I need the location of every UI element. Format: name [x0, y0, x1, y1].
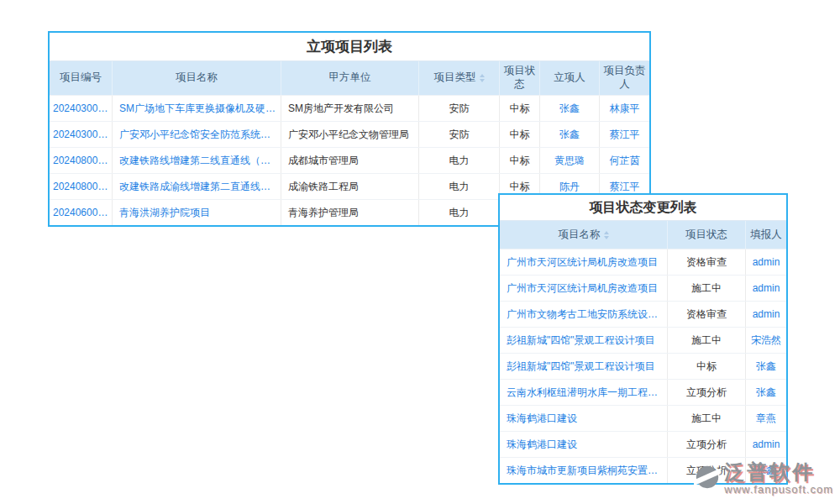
client-unit: 青海养护管理局 [281, 200, 419, 225]
project-status: 立项分析 [668, 380, 746, 405]
table-row: 2024030002 SM广场地下车库更换摄像机及硬盘项目 SM房地产开发有限公… [50, 95, 649, 121]
project-code-link[interactable]: 2024060001 [50, 200, 113, 225]
col-header-project-name[interactable]: 项目名称 [500, 221, 668, 249]
reporter-link[interactable]: 张鑫 [746, 380, 786, 405]
manager-link[interactable]: 何芷茵 [600, 148, 649, 173]
project-status: 立项分析 [668, 432, 746, 457]
client-unit: 成都城市管理局 [281, 148, 419, 173]
project-status: 资格审查 [668, 302, 746, 327]
project-status: 中标 [500, 148, 540, 173]
project-type: 电力 [419, 174, 500, 199]
col-header-project-status: 项目状态 [668, 221, 746, 249]
table-row: 广州市文物考古工地安防系统设备保修 资格审查 admin [500, 301, 786, 327]
client-unit: SM房地产开发有限公司 [281, 96, 419, 121]
table-row: 2024030007 广安邓小平纪念馆安全防范系统维护... 广安邓小平纪念文物… [50, 121, 649, 147]
col-header-manager: 项目负责人 [600, 61, 649, 95]
reporter-link[interactable]: 章燕 [746, 406, 786, 431]
project-name-link[interactable]: 珠海市城市更新项目紫桐苑安置点设... [500, 458, 668, 483]
col-header-client-unit: 甲方单位 [281, 61, 419, 95]
table-row: 2024080006 改建铁路线增建第二线直通线（成都-... 成都城市管理局 … [50, 147, 649, 173]
project-status: 施工中 [668, 328, 746, 353]
project-type: 安防 [419, 96, 500, 121]
project-name-link[interactable]: 广安邓小平纪念馆安全防范系统维护... [113, 122, 281, 147]
project-name-link[interactable]: 珠海鹤港口建设 [500, 406, 668, 431]
project-name-link[interactable]: 珠海鹤港口建设 [500, 432, 668, 457]
project-status: 中标 [500, 96, 540, 121]
sort-icon[interactable] [480, 74, 485, 82]
project-code-link[interactable]: 2024030002 [50, 96, 113, 121]
fanpu-logo-icon [694, 464, 721, 494]
reporter-link[interactable]: admin [746, 249, 786, 275]
project-status-change-table: 项目状态变更列表 项目名称 项目状态 填报人 广州市天河区统计局机房改造项目 资… [498, 193, 788, 485]
project-status: 施工中 [668, 406, 746, 431]
col-header-project-code: 项目编号 [50, 61, 113, 95]
project-name-link[interactable]: 广州市天河区统计局机房改造项目 [500, 276, 668, 301]
col-header-initiator: 立项人 [540, 61, 600, 95]
reporter-link[interactable]: 宋浩然 [746, 328, 786, 353]
project-type: 电力 [419, 148, 500, 173]
brand-name: 泛普软件 [724, 461, 833, 482]
reporter-link[interactable]: 张鑫 [746, 354, 786, 379]
table-row: 云南水利枢纽潜明水库一期工程施工I标 立项分析 张鑫 [500, 379, 786, 405]
table-row: 珠海鹤港口建设 施工中 章燕 [500, 405, 786, 431]
project-name-link[interactable]: 广州市文物考古工地安防系统设备保修 [500, 302, 668, 327]
project-status: 中标 [500, 122, 540, 147]
project-name-link[interactable]: 改建铁路线增建第二线直通线（成都-... [113, 148, 281, 173]
table-row: 广州市天河区统计局机房改造项目 施工中 admin [500, 275, 786, 301]
project-code-link[interactable]: 2024080006 [50, 148, 113, 173]
initiator-link[interactable]: 张鑫 [540, 122, 600, 147]
fanpu-watermark: 泛普软件 www.fanpusoft.com [694, 461, 833, 496]
project-status: 资格审查 [668, 249, 746, 275]
sort-icon[interactable] [604, 231, 609, 239]
project-type: 安防 [419, 122, 500, 147]
project-name-link[interactable]: 广州市天河区统计局机房改造项目 [500, 249, 668, 275]
project-approval-table-title: 立项项目列表 [50, 33, 649, 61]
initiator-link[interactable]: 张鑫 [540, 96, 600, 121]
table-row: 广州市天河区统计局机房改造项目 资格审查 admin [500, 249, 786, 275]
project-name-link[interactable]: 改建铁路成渝线增建第二直通线（成... [113, 174, 281, 199]
project-name-link[interactable]: 青海洪湖养护院项目 [113, 200, 281, 225]
brand-url: www.fanpusoft.com [724, 484, 833, 496]
col-header-project-type[interactable]: 项目类型 [419, 61, 500, 95]
project-name-link[interactable]: SM广场地下车库更换摄像机及硬盘项目 [113, 96, 281, 121]
project-status-change-table-header: 项目名称 项目状态 填报人 [500, 221, 786, 249]
project-status: 中标 [668, 354, 746, 379]
manager-link[interactable]: 蔡江平 [600, 122, 649, 147]
project-name-link[interactable]: 云南水利枢纽潜明水库一期工程施工I标 [500, 380, 668, 405]
project-status-change-table-title: 项目状态变更列表 [500, 195, 786, 221]
col-header-project-status: 项目状态 [500, 61, 540, 95]
initiator-link[interactable]: 黄思璐 [540, 148, 600, 173]
table-row: 彭祖新城"四馆"景观工程设计项目 中标 张鑫 [500, 353, 786, 379]
project-name-link[interactable]: 彭祖新城"四馆"景观工程设计项目 [500, 354, 668, 379]
col-header-reporter: 填报人 [746, 221, 786, 249]
manager-link[interactable]: 林康平 [600, 96, 649, 121]
project-name-link[interactable]: 彭祖新城"四馆"景观工程设计项目 [500, 328, 668, 353]
table-row: 珠海鹤港口建设 立项分析 admin [500, 431, 786, 457]
project-status: 施工中 [668, 276, 746, 301]
col-header-project-name: 项目名称 [113, 61, 281, 95]
reporter-link[interactable]: admin [746, 432, 786, 457]
client-unit: 广安邓小平纪念文物管理局 [281, 122, 419, 147]
client-unit: 成渝铁路工程局 [281, 174, 419, 199]
project-approval-table-header: 项目编号 项目名称 甲方单位 项目类型 项目状态 立项人 项目负责人 [50, 61, 649, 95]
reporter-link[interactable]: admin [746, 276, 786, 301]
reporter-link[interactable]: admin [746, 302, 786, 327]
project-code-link[interactable]: 2024030007 [50, 122, 113, 147]
table-row: 彭祖新城"四馆"景观工程设计项目 施工中 宋浩然 [500, 327, 786, 353]
project-code-link[interactable]: 2024080005 [50, 174, 113, 199]
project-type: 电力 [419, 200, 500, 225]
